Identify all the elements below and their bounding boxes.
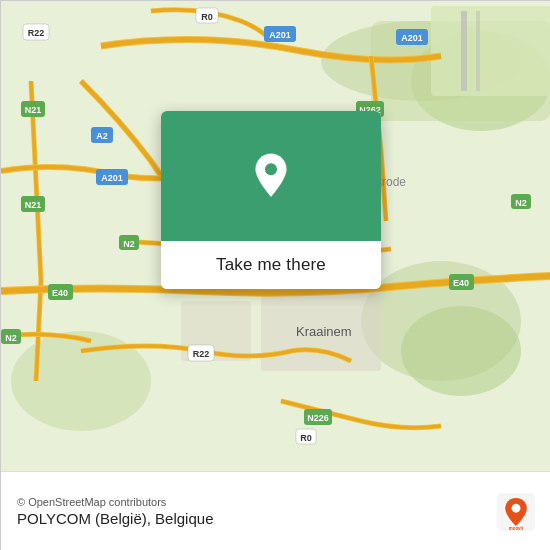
svg-rect-4 (431, 6, 550, 96)
svg-point-53 (512, 503, 521, 512)
svg-text:A2: A2 (96, 131, 108, 141)
svg-text:E40: E40 (453, 278, 469, 288)
svg-text:A201: A201 (269, 30, 291, 40)
svg-text:N2: N2 (515, 198, 527, 208)
moovit-icon: moovit (497, 493, 535, 531)
svg-text:R22: R22 (193, 349, 210, 359)
bottom-left: © OpenStreetMap contributors POLYCOM (Be… (17, 496, 213, 527)
svg-text:N21: N21 (25, 105, 42, 115)
svg-point-51 (265, 163, 277, 175)
svg-text:N2: N2 (5, 333, 17, 343)
bottom-bar: © OpenStreetMap contributors POLYCOM (Be… (1, 471, 550, 550)
svg-text:N21: N21 (25, 200, 42, 210)
svg-rect-6 (476, 11, 480, 91)
map-container[interactable]: R22 R0 A201 A201 N21 N21 N262 A2 (1, 1, 550, 471)
popup-card: Take me there (161, 111, 381, 289)
svg-text:N2: N2 (123, 239, 135, 249)
svg-text:E40: E40 (52, 288, 68, 298)
svg-text:R22: R22 (28, 28, 45, 38)
svg-text:N226: N226 (307, 413, 329, 423)
svg-text:Kraainem: Kraainem (296, 324, 352, 339)
svg-text:A201: A201 (101, 173, 123, 183)
svg-text:R0: R0 (300, 433, 312, 443)
popup-map-preview (161, 111, 381, 241)
app-container: R22 R0 A201 A201 N21 N21 N262 A2 (0, 0, 550, 550)
svg-text:A201: A201 (401, 33, 423, 43)
svg-point-8 (401, 306, 521, 396)
take-me-there-button[interactable]: Take me there (161, 241, 381, 289)
moovit-logo: moovit (497, 493, 535, 531)
location-pin-icon (247, 152, 295, 200)
location-name: POLYCOM (België), Belgique (17, 510, 213, 527)
svg-rect-5 (461, 11, 467, 91)
svg-text:moovit: moovit (509, 525, 524, 530)
attribution-text: © OpenStreetMap contributors (17, 496, 213, 508)
svg-text:R0: R0 (201, 12, 213, 22)
